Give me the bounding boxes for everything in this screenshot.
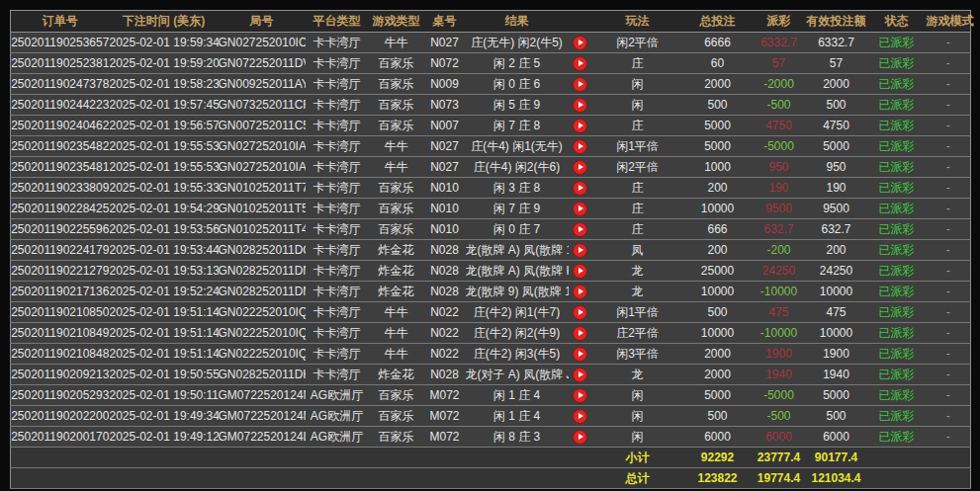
- cell-total_bet: 500: [683, 95, 753, 116]
- cell-time: 2025-02-01 19:52:24: [110, 282, 219, 302]
- total-row: 总计12382219774.4121034.4: [11, 468, 971, 489]
- cell-result: 闲 7 庄 9: [466, 199, 569, 219]
- table-row: 2502011902354822025-02-01 19:55:53GN0272…: [11, 136, 971, 157]
- cell-play: [569, 53, 592, 74]
- cell-game: 百家乐: [369, 219, 424, 240]
- cell-total_bet: 25000: [683, 261, 753, 282]
- cell-platform: AG欧洲厅: [306, 406, 369, 427]
- cell-play: [569, 136, 592, 157]
- footer-cell-round: [219, 468, 306, 489]
- cell-valid_bet: 6332.7: [806, 33, 867, 53]
- table-row: 2502011902241792025-02-01 19:53:44GN0282…: [11, 240, 971, 261]
- play-icon: [579, 40, 583, 45]
- cell-platform: 卡卡湾厅: [306, 365, 369, 385]
- play-result-button[interactable]: [573, 409, 587, 424]
- cell-valid_bet: 5000: [806, 385, 867, 406]
- cell-play: [569, 385, 592, 406]
- cell-order: 250201190210848: [11, 344, 110, 365]
- play-result-button[interactable]: [573, 305, 587, 320]
- cell-time: 2025-02-01 19:59:34: [110, 33, 219, 53]
- cell-mode: -: [927, 178, 971, 199]
- footer-cell-game: [369, 468, 424, 489]
- footer-cell-status: [867, 448, 927, 468]
- cell-round: GN028252011DN: [219, 261, 306, 282]
- play-result-button[interactable]: [573, 264, 587, 279]
- cell-total_bet: 200: [683, 240, 753, 261]
- play-result-button[interactable]: [573, 243, 587, 258]
- table-row: 2502011902473782025-02-01 19:58:23GN0092…: [11, 74, 971, 95]
- cell-time: 2025-02-01 19:56:57: [110, 116, 219, 136]
- play-icon: [579, 268, 583, 274]
- play-result-button[interactable]: [573, 347, 587, 362]
- cell-total_bet: 5000: [683, 136, 753, 157]
- cell-game: 百家乐: [369, 116, 424, 136]
- cell-table_no: N027: [424, 157, 466, 178]
- cell-play: [569, 157, 592, 178]
- cell-game: 炸金花: [369, 240, 424, 261]
- cell-method: 闲1平倍: [592, 136, 683, 157]
- column-header-payout: 派彩: [753, 11, 806, 33]
- play-result-button[interactable]: [573, 222, 587, 237]
- cell-status: 已派彩: [867, 406, 927, 427]
- cell-order: 250201190235481: [11, 157, 110, 178]
- cell-table_no: N072: [424, 53, 466, 74]
- cell-game: 牛牛: [369, 157, 424, 178]
- cell-time: 2025-02-01 19:49:12: [110, 427, 219, 448]
- footer-cell-order: [11, 468, 110, 489]
- cell-platform: 卡卡湾厅: [306, 302, 369, 323]
- column-header-time: 下注时间 (美东): [110, 11, 219, 33]
- footer-cell-table_no: [424, 448, 466, 468]
- cell-payout: -5000: [753, 385, 806, 406]
- cell-valid_bet: 1900: [806, 344, 867, 365]
- play-result-button[interactable]: [573, 388, 587, 403]
- cell-total_bet: 10000: [683, 199, 753, 219]
- cell-valid_bet: 2000: [806, 74, 867, 95]
- cell-time: 2025-02-01 19:51:14: [110, 302, 219, 323]
- play-icon: [579, 288, 583, 294]
- cell-payout: 6332.7: [753, 33, 806, 53]
- play-result-button[interactable]: [573, 430, 587, 445]
- cell-payout: -5000: [753, 136, 806, 157]
- cell-time: 2025-02-01 19:53:56: [110, 219, 219, 240]
- cell-payout: 24250: [753, 261, 806, 282]
- cell-table_no: N028: [424, 282, 466, 302]
- cell-total_bet: 500: [683, 302, 753, 323]
- cell-status: 已派彩: [867, 427, 927, 448]
- table-row: 2502011902255962025-02-01 19:53:56GN0102…: [11, 219, 971, 240]
- cell-status: 已派彩: [867, 385, 927, 406]
- play-result-button[interactable]: [573, 36, 587, 50]
- cell-mode: -: [927, 33, 971, 53]
- cell-method: 庄: [592, 53, 683, 74]
- cell-table_no: N022: [424, 323, 466, 344]
- play-result-button[interactable]: [573, 181, 587, 196]
- column-header-round: 局号: [219, 11, 306, 33]
- cell-play: [569, 282, 592, 302]
- cell-total_bet: 10000: [683, 323, 753, 344]
- play-result-button[interactable]: [573, 368, 587, 382]
- cell-platform: 卡卡湾厅: [306, 282, 369, 302]
- table-row: 2502011902523812025-02-01 19:59:20GN0722…: [11, 53, 971, 74]
- footer-cell-table_no: [424, 468, 466, 489]
- cell-table_no: N073: [424, 95, 466, 116]
- play-result-button[interactable]: [573, 139, 587, 154]
- play-result-button[interactable]: [573, 285, 587, 299]
- cell-mode: -: [927, 427, 971, 448]
- table-row: 2502011902001702025-02-01 19:49:12GM0722…: [11, 427, 971, 448]
- cell-method: 闲1平倍: [592, 302, 683, 323]
- play-result-button[interactable]: [573, 56, 587, 71]
- cell-result: 龙(散牌 9) 凤(散牌 10): [466, 282, 569, 302]
- play-result-button[interactable]: [573, 202, 587, 216]
- cell-total_bet: 2000: [683, 344, 753, 365]
- play-result-button[interactable]: [573, 326, 587, 341]
- cell-platform: AG欧洲厅: [306, 427, 369, 448]
- play-result-button[interactable]: [573, 160, 587, 175]
- footer-cell-time: [110, 448, 219, 468]
- cell-order: 250201190210850: [11, 302, 110, 323]
- play-result-button[interactable]: [573, 77, 587, 92]
- play-result-button[interactable]: [573, 119, 587, 133]
- play-result-button[interactable]: [573, 98, 587, 113]
- cell-platform: 卡卡湾厅: [306, 178, 369, 199]
- cell-round: GN010252011T5: [219, 199, 306, 219]
- cell-valid_bet: 475: [806, 302, 867, 323]
- cell-time: 2025-02-01 19:53:13: [110, 261, 219, 282]
